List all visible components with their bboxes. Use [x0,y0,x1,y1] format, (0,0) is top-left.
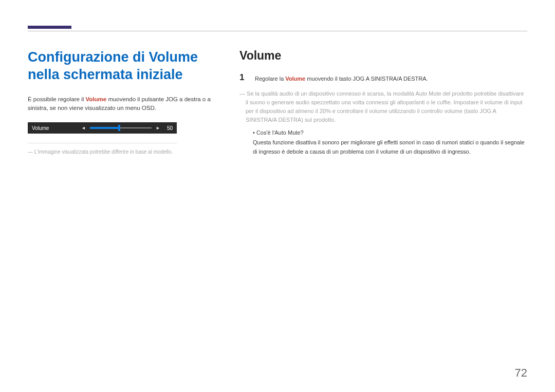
right-column: Volume 1 Regolare la Volume muovendo il … [239,49,527,156]
auto-mute-description: Questa funzione disattiva il sonoro per … [253,138,527,156]
auto-mute-question: • Cos'è l'Auto Mute? [253,128,527,138]
volume-slider-track [90,127,152,128]
intro-text-pre: È possibile regolare il [28,96,86,102]
right-arrow-icon: ► [154,125,162,130]
volume-osd-value: 50 [162,125,173,131]
volume-osd-widget: Volume ◄ ► 50 [28,122,177,134]
step-text-highlight: Volume [285,76,305,82]
step-text-post: muovendo il tasto JOG A SINISTRA/A DESTR… [305,76,428,82]
page-number: 72 [515,366,527,380]
audio-quality-note: ― Se la qualità audio di un dispositivo … [239,89,527,124]
intro-text-highlight: Volume [86,96,107,102]
header-accent-bar [28,26,71,29]
step-number: 1 [239,73,249,83]
header-rule [28,31,527,31]
volume-slider-knob [118,125,120,131]
small-divider [28,143,177,143]
left-arrow-icon: ◄ [79,125,88,130]
image-disclaimer-footnote: ― L'immagine visualizzata potrebbe diffe… [28,148,213,156]
volume-slider-fill [90,127,118,129]
step-text-pre: Regolare la [255,76,285,82]
volume-osd-label: Volume [32,125,79,131]
step-row: 1 Regolare la Volume muovendo il tasto J… [239,73,527,83]
intro-paragraph: È possibile regolare il Volume muovendo … [28,95,213,114]
step-instruction: Regolare la Volume muovendo il tasto JOG… [255,73,428,83]
auto-mute-block: • Cos'è l'Auto Mute? Questa funzione dis… [239,128,527,157]
left-column: Configurazione di Volume nella schermata… [28,49,213,156]
main-title: Configurazione di Volume nella schermata… [28,49,213,84]
section-title: Volume [239,49,527,63]
content-columns: Configurazione di Volume nella schermata… [28,49,527,156]
